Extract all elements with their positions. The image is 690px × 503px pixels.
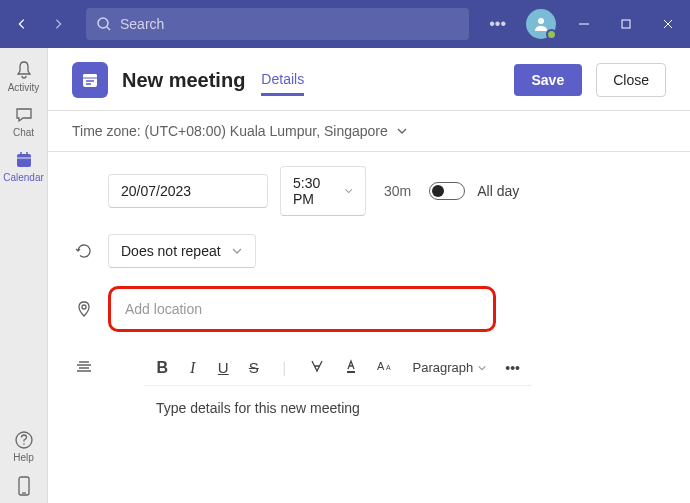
sidebar-item-label: Chat	[13, 127, 34, 138]
allday-toggle[interactable]	[429, 182, 465, 200]
device-icon	[15, 475, 33, 497]
person-icon	[533, 16, 549, 32]
editor-body[interactable]: Type details for this new meeting	[144, 386, 532, 466]
rich-text-editor: B I U S | AA	[144, 350, 532, 466]
editor-placeholder: Type details for this new meeting	[156, 400, 360, 416]
maximize-button[interactable]	[612, 18, 640, 30]
underline-button[interactable]: U	[217, 359, 230, 376]
nav-forward-button[interactable]	[44, 10, 72, 38]
time-value: 5:30 PM	[293, 175, 334, 207]
chevron-down-icon	[396, 125, 408, 137]
tab-details[interactable]: Details	[261, 65, 304, 96]
more-formatting-button[interactable]: •••	[505, 360, 520, 376]
minimize-button[interactable]	[570, 18, 598, 30]
timezone-selector[interactable]: Time zone: (UTC+08:00) Kuala Lumpur, Sin…	[48, 111, 690, 151]
strikethrough-button[interactable]: S	[248, 359, 261, 376]
datetime-row: 5:30 PM 30m All day	[72, 166, 666, 216]
presence-badge	[546, 29, 557, 40]
svg-point-9	[82, 305, 86, 309]
chat-icon	[14, 105, 34, 125]
bold-button[interactable]: B	[156, 359, 169, 377]
page-header: New meeting Details Save Close	[48, 48, 690, 98]
sidebar-item-calendar[interactable]: Calendar	[0, 144, 48, 189]
description-row: B I U S | AA	[72, 350, 666, 466]
svg-rect-2	[622, 20, 630, 28]
toggle-thumb	[432, 185, 444, 197]
svg-point-5	[23, 443, 25, 445]
sidebar-item-device[interactable]	[0, 469, 48, 503]
timezone-label: Time zone: (UTC+08:00) Kuala Lumpur, Sin…	[72, 123, 388, 139]
chevron-down-icon	[477, 363, 487, 373]
chevron-down-icon	[231, 245, 243, 257]
help-icon	[14, 430, 34, 450]
location-icon	[72, 300, 96, 318]
avatar[interactable]	[526, 9, 556, 39]
paragraph-style-select[interactable]: Paragraph	[413, 360, 488, 375]
repeat-row: Does not repeat	[72, 234, 666, 268]
bell-icon	[14, 60, 34, 80]
svg-point-1	[538, 18, 544, 24]
calendar-badge-icon	[72, 62, 108, 98]
svg-point-0	[98, 18, 108, 28]
close-button[interactable]: Close	[596, 63, 666, 97]
sidebar-item-activity[interactable]: Activity	[0, 54, 48, 99]
location-placeholder: Add location	[125, 301, 202, 317]
svg-rect-3	[17, 154, 31, 167]
time-select[interactable]: 5:30 PM	[280, 166, 366, 216]
more-options-button[interactable]: •••	[483, 15, 512, 33]
calendar-icon	[14, 150, 34, 170]
allday-label: All day	[477, 183, 519, 199]
description-icon	[72, 350, 96, 376]
sidebar-item-label: Help	[13, 452, 34, 463]
repeat-value: Does not repeat	[121, 243, 221, 259]
editor-toolbar: B I U S | AA	[144, 350, 532, 386]
location-input[interactable]: Add location	[108, 286, 496, 332]
sidebar-item-help[interactable]: Help	[0, 424, 48, 469]
sidebar-item-label: Calendar	[3, 172, 44, 183]
paragraph-label: Paragraph	[413, 360, 474, 375]
highlight-button[interactable]	[309, 358, 325, 377]
sidebar-item-chat[interactable]: Chat	[0, 99, 48, 144]
date-input[interactable]	[108, 174, 268, 208]
search-icon	[96, 16, 112, 32]
svg-text:A: A	[386, 364, 391, 371]
search-input[interactable]	[120, 16, 459, 32]
search-box[interactable]	[86, 8, 469, 40]
location-row: Add location	[72, 286, 666, 332]
main-content: New meeting Details Save Close Time zone…	[48, 48, 690, 503]
nav-back-button[interactable]	[8, 10, 36, 38]
font-size-button[interactable]: AA	[377, 358, 395, 377]
svg-rect-8	[83, 74, 97, 78]
sidebar: Activity Chat Calendar Help	[0, 48, 48, 503]
repeat-icon	[72, 242, 96, 260]
chevron-down-icon	[344, 185, 353, 197]
page-title: New meeting	[122, 69, 245, 92]
font-color-button[interactable]	[343, 358, 359, 377]
titlebar: •••	[0, 0, 690, 48]
duration-label: 30m	[378, 183, 417, 199]
sidebar-item-label: Activity	[8, 82, 40, 93]
svg-rect-6	[19, 477, 29, 495]
repeat-select[interactable]: Does not repeat	[108, 234, 256, 268]
svg-text:A: A	[377, 360, 385, 372]
close-window-button[interactable]	[654, 18, 682, 30]
italic-button[interactable]: I	[187, 359, 200, 377]
save-button[interactable]: Save	[514, 64, 583, 96]
